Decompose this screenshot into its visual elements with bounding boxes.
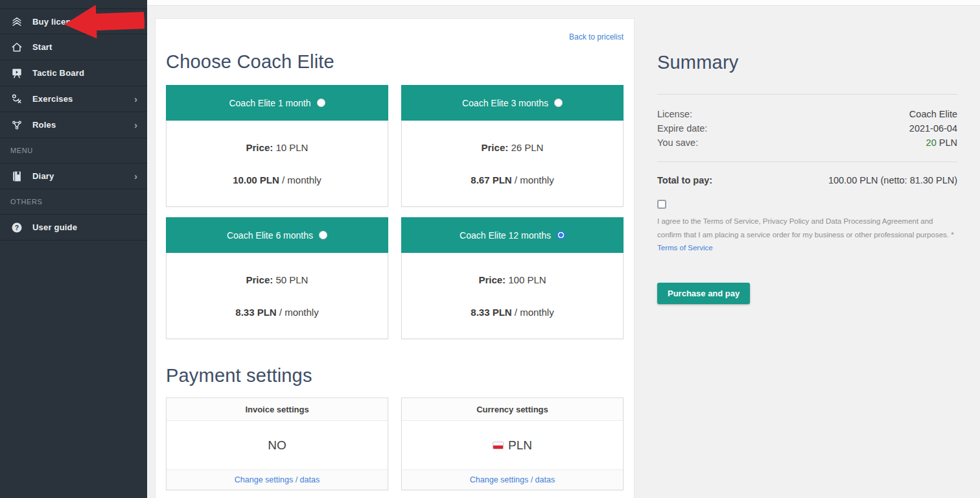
plan-card-6-months[interactable]: Coach Elite 6 months Price: 50 PLN 8.33 …	[166, 217, 388, 339]
plan-header: Coach Elite 12 months	[401, 217, 624, 253]
plan-radio[interactable]	[554, 99, 563, 107]
sidebar-item-label: Roles	[32, 120, 56, 130]
summary-panel: Summary License: Coach Elite Expire date…	[635, 6, 980, 498]
sidebar-item-exercises[interactable]: Exercises	[0, 86, 147, 112]
sidebar-section-menu: MENU	[0, 138, 147, 163]
payment-settings-grid: Invoice settings NO Change settings / da…	[166, 397, 624, 490]
summary-row-you-save: You save: 20 PLN	[657, 136, 957, 150]
sidebar-item-roles[interactable]: Roles	[0, 112, 147, 138]
sidebar-item-user-guide[interactable]: ? User guide	[0, 215, 147, 241]
plan-monthly-line: 8.33 PLN / monthly	[471, 307, 554, 318]
invoice-settings-card: Invoice settings NO Change settings / da…	[166, 397, 388, 490]
back-to-pricelist-link[interactable]: Back to pricelist	[569, 32, 624, 42]
sidebar: Buy license Start Tact	[0, 0, 147, 498]
app-window: Buy license Start Tact	[0, 0, 980, 498]
main-panel: Back to pricelist Choose Coach Elite Coa…	[155, 18, 635, 498]
buy-license-icon	[10, 14, 24, 29]
plan-title: Coach Elite 1 month	[229, 98, 310, 108]
plan-header: Coach Elite 3 months	[401, 85, 624, 121]
terms-agreement-text: I agree to the Terms of Service, Privacy…	[657, 215, 957, 255]
plan-card-12-months[interactable]: Coach Elite 12 months Price: 100 PLN 8.3…	[401, 217, 624, 339]
top-bar	[147, 0, 980, 6]
summary-title: Summary	[657, 52, 957, 73]
plan-price-line: Price: 26 PLN	[482, 142, 544, 153]
page-title: Choose Coach Elite	[166, 51, 624, 73]
currency-settings-header: Currency settings	[402, 398, 623, 421]
you-save-value: 20 PLN	[926, 136, 957, 150]
agree-terms-checkbox[interactable]	[657, 200, 666, 209]
plan-grid: Coach Elite 1 month Price: 10 PLN 10.00 …	[166, 85, 624, 339]
book-icon	[10, 169, 24, 184]
plan-monthly-line: 8.33 PLN / monthly	[235, 307, 318, 318]
plan-price-line: Price: 50 PLN	[246, 274, 309, 285]
plan-body: Price: 100 PLN 8.33 PLN / monthly	[402, 253, 623, 338]
plan-title: Coach Elite 6 months	[227, 230, 313, 241]
sidebar-item-label: Exercises	[32, 94, 73, 104]
invoice-settings-value: NO	[167, 421, 388, 469]
license-value: Coach Elite	[909, 107, 957, 121]
main-area: Back to pricelist Choose Coach Elite Coa…	[147, 0, 980, 498]
plan-price-line: Price: 10 PLN	[246, 142, 309, 153]
currency-settings-card: Currency settings PLN Change settings / …	[401, 397, 624, 490]
payment-settings-title: Payment settings	[166, 365, 624, 386]
hierarchy-icon	[10, 118, 24, 132]
currency-settings-value: PLN	[508, 438, 532, 453]
plan-card-1-month[interactable]: Coach Elite 1 month Price: 10 PLN 10.00 …	[166, 85, 388, 207]
purchase-and-pay-button[interactable]: Purchase and pay	[657, 283, 750, 304]
plan-monthly-line: 10.00 PLN / monthly	[233, 174, 321, 185]
summary-row-total: Total to pay: 100.00 PLN (netto: 81.30 P…	[657, 162, 957, 200]
invoice-settings-header: Invoice settings	[167, 398, 388, 421]
plan-radio-selected[interactable]	[557, 231, 565, 239]
tactics-icon	[10, 92, 24, 106]
poland-flag-icon	[493, 442, 504, 449]
presentation-board-icon	[10, 66, 24, 80]
plan-radio[interactable]	[317, 99, 325, 107]
sidebar-section-others: OTHERS	[0, 189, 147, 215]
plan-card-3-months[interactable]: Coach Elite 3 months Price: 26 PLN 8.67 …	[401, 85, 624, 207]
currency-change-settings-link[interactable]: Change settings / datas	[470, 475, 555, 484]
terms-of-service-link[interactable]: Terms of Service	[657, 244, 713, 252]
summary-row-license: License: Coach Elite	[657, 107, 957, 121]
question-circle-icon: ?	[10, 220, 24, 235]
chevron-right-icon	[134, 171, 137, 181]
plan-title: Coach Elite 12 months	[460, 230, 551, 241]
sidebar-item-label: Diary	[32, 171, 54, 181]
chevron-right-icon	[134, 120, 137, 130]
plan-body: Price: 10 PLN 10.00 PLN / monthly	[167, 121, 388, 206]
plan-body: Price: 50 PLN 8.33 PLN / monthly	[167, 253, 388, 338]
plan-body: Price: 26 PLN 8.67 PLN / monthly	[402, 121, 623, 206]
home-icon	[10, 40, 24, 54]
plan-title: Coach Elite 3 months	[462, 98, 548, 108]
chevron-right-icon	[134, 94, 137, 104]
plan-header: Coach Elite 6 months	[166, 217, 388, 253]
summary-row-expire-date: Expire date: 2021-06-04	[657, 121, 957, 136]
plan-radio[interactable]	[319, 231, 327, 239]
sidebar-item-label: User guide	[32, 222, 77, 232]
sidebar-item-tactic-board[interactable]: Tactic Board	[0, 60, 147, 86]
expire-date-value: 2021-06-04	[909, 121, 957, 136]
sidebar-item-start[interactable]: Start	[0, 34, 147, 60]
svg-text:?: ?	[15, 224, 19, 231]
plan-monthly-line: 8.67 PLN / monthly	[471, 174, 554, 185]
invoice-change-settings-link[interactable]: Change settings / datas	[235, 475, 320, 484]
plan-header: Coach Elite 1 month	[166, 85, 388, 121]
sidebar-item-label: Tactic Board	[32, 68, 84, 78]
sidebar-item-diary[interactable]: Diary	[0, 163, 147, 189]
plan-price-line: Price: 100 PLN	[478, 274, 546, 285]
total-to-pay-value: 100.00 PLN (netto: 81.30 PLN)	[828, 175, 957, 185]
sidebar-item-label: Start	[32, 42, 52, 52]
sidebar-nav: Buy license Start Tact	[0, 8, 147, 241]
